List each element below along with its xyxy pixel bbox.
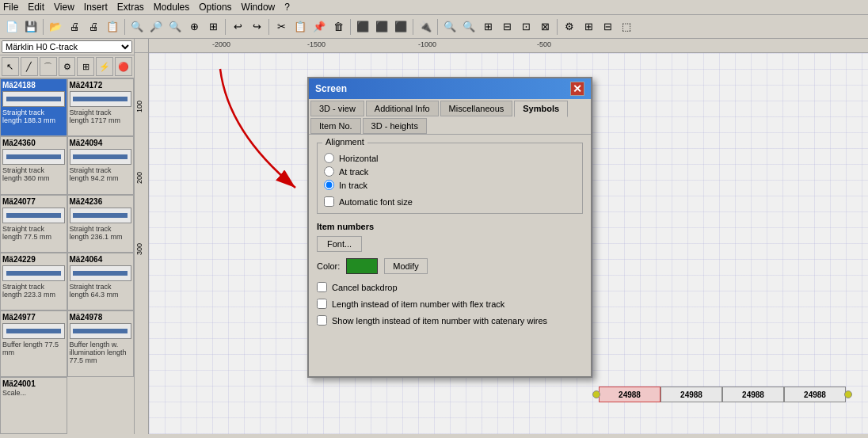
track-item-3[interactable]: Mä24094 Straight track length 94.2 mm [67,136,135,194]
panel-btn-curve[interactable]: ⌒ [40,57,57,76]
menu-edit[interactable]: Edit [28,2,44,13]
tab-miscellaneous[interactable]: Miscellaneous [440,101,513,116]
tb-delete[interactable]: 🗑 [329,18,347,36]
tb-print[interactable]: 🖨 [66,18,83,36]
length-catenary-option[interactable]: Show length instead of item number with … [317,315,583,326]
tb-end[interactable]: ⬚ [618,18,635,36]
tb-box1[interactable]: ⊞ [479,18,497,36]
tb-box3[interactable]: ⊡ [517,18,535,36]
track-item-8[interactable]: Mä24977 Buffer length 77.5 mm [0,310,67,376]
menu-view[interactable]: View [54,2,74,13]
menu-insert[interactable]: Insert [84,2,108,13]
track-item-4[interactable]: Mä24077 Straight track length 77.5 mm [0,195,67,253]
tb-box4[interactable]: ⊠ [536,18,554,36]
tb-copy[interactable]: 📋 [291,18,309,36]
tb-undo[interactable]: ↩ [229,18,246,36]
tb-redo[interactable]: ↪ [248,18,265,36]
menu-extras[interactable]: Extras [117,2,144,13]
radio-at-track[interactable]: At track [324,166,576,177]
length-flex-option[interactable]: Length instead of item number with flex … [317,299,583,309]
track-type-select[interactable]: Märklin H0 C-track [2,40,132,53]
radio-horizontal-input[interactable] [324,153,334,163]
font-button[interactable]: Font... [317,236,362,252]
tab-additional-info[interactable]: Additional Info [366,101,439,116]
tab-3d-heights[interactable]: 3D - heights [363,118,427,134]
panel-btn-settings[interactable]: ⚙ [59,57,76,76]
tb-search[interactable]: 🔍 [441,18,459,36]
panel-btn-signal[interactable]: 🔴 [115,57,132,76]
track-sub-3: Straight track length 94.2 mm [70,166,132,182]
auto-font-checkbox[interactable]: Automatic font size [324,196,576,207]
tb-connect[interactable]: 🔌 [417,18,434,36]
canvas-track-1[interactable]: 24988 [661,387,722,402]
track-item-7[interactable]: Mä24064 Straight track length 64.3 mm [67,253,135,310]
menu-help[interactable]: ? [284,2,290,13]
canvas-track-3[interactable]: 24988 [784,387,846,402]
track-item-9[interactable]: Mä24978 Buffer length w. illumination le… [67,310,135,376]
panel-btn-cursor[interactable]: ↖ [2,57,19,76]
tb-box2[interactable]: ⊟ [498,18,516,36]
canvas-track-0[interactable]: 24988 [599,387,661,402]
color-swatch[interactable] [346,258,378,274]
screen-dialog: Screen ✕ 3D - view Additional Info Misce… [307,77,592,378]
tb-zoom-out[interactable]: 🔎 [147,18,165,36]
tb-zoom3[interactable]: 🔍 [166,18,184,36]
cancel-backdrop-input[interactable] [317,282,327,292]
radio-horizontal[interactable]: Horizontal [324,153,576,163]
tb-sep8 [557,19,558,35]
tb-zoom-sel[interactable]: ⊟ [599,18,616,36]
radio-in-track[interactable]: In track [324,180,576,190]
tb-open[interactable]: 📂 [47,18,64,36]
track-item-1[interactable]: Mä24172 Straight track length 1717 mm [67,78,135,136]
menu-window[interactable]: Window [242,2,276,13]
tb-zoom-fit[interactable]: ⊞ [580,18,597,36]
panel-btn-line[interactable]: ╱ [21,57,38,76]
tb-rotate[interactable]: ⬛ [392,18,409,36]
tb-save[interactable]: 💾 [22,18,40,36]
tb-zoom5[interactable]: ⊞ [204,18,222,36]
menu-file[interactable]: File [3,2,18,13]
track-visual-2 [2,149,65,165]
modify-button[interactable]: Modify [384,258,427,274]
dialog-close-button[interactable]: ✕ [570,82,584,96]
toolbar: 📄 💾 📂 🖨 🖨 📋 🔍 🔎 🔍 ⊕ ⊞ ↩ ↪ ✂ 📋 📌 🗑 ⬛ ⬛ ⬛ … [0,15,868,39]
panel-btn-track[interactable]: ⊞ [77,57,94,76]
panel-btn-power[interactable]: ⚡ [96,57,113,76]
track-sub-6: Straight track length 223.3 mm [2,283,65,299]
tb-select[interactable]: ⬛ [354,18,371,36]
menu-options[interactable]: Options [199,2,231,13]
track-id-6: Mä24229 [2,255,65,264]
tab-3d-view[interactable]: 3D - view [310,101,364,116]
tb-zoom4[interactable]: ⊕ [185,18,203,36]
auto-font-label: Automatic font size [339,197,413,207]
radio-in-track-input[interactable] [324,180,334,190]
tb-print2[interactable]: 🖨 [85,18,102,36]
canvas-main[interactable]: 24988 24988 24988 24988 S [149,53,868,434]
tb-settings[interactable]: ⚙ [561,18,578,36]
radio-at-track-input[interactable] [324,166,334,177]
length-catenary-input[interactable] [317,315,327,326]
track-item-0[interactable]: Mä24188 Straight track length 188.3 mm [0,78,67,136]
tab-symbols[interactable]: Symbols [514,101,568,117]
tab-item-no[interactable]: Item No. [310,118,361,134]
tb-zoom-in[interactable]: 🔍 [128,18,146,36]
track-item-2[interactable]: Mä24360 Straight track length 360 mm [0,136,67,194]
tb-preview[interactable]: 📋 [104,18,121,36]
cancel-backdrop-option[interactable]: Cancel backdrop [317,282,583,292]
tb-search2[interactable]: 🔍 [460,18,478,36]
tb-new[interactable]: 📄 [3,18,21,36]
ruler-left: 100 200 300 [135,53,149,434]
menu-modules[interactable]: Modules [154,2,189,13]
tb-move[interactable]: ⬛ [373,18,390,36]
tb-cut[interactable]: ✂ [272,18,290,36]
track-item-6[interactable]: Mä24229 Straight track length 223.3 mm [0,253,67,310]
auto-font-input[interactable] [324,196,334,207]
track-visual-6 [2,265,65,281]
tb-sep2 [124,19,125,35]
track-visual-9 [70,323,132,339]
track-item-5[interactable]: Mä24236 Straight track length 236.1 mm [67,195,135,253]
length-flex-input[interactable] [317,299,327,309]
track-item-10[interactable]: Mä24001 Scale... [0,377,67,434]
tb-paste[interactable]: 📌 [310,18,328,36]
canvas-track-2[interactable]: 24988 [722,387,784,402]
